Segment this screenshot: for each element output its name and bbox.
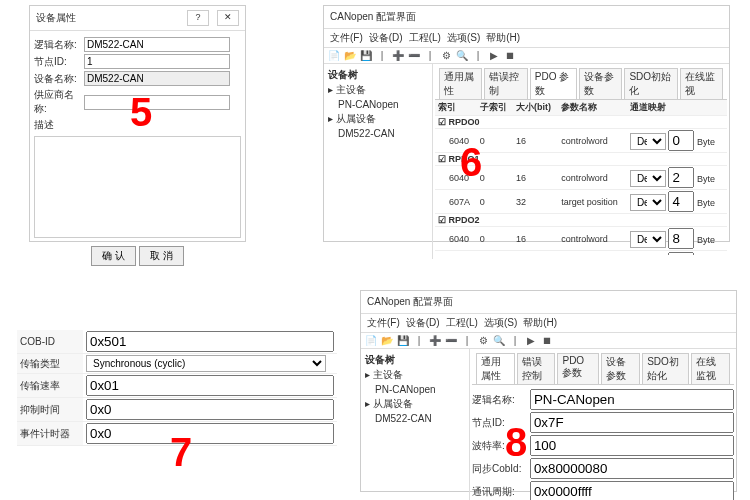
tree-item[interactable]: PN-CANopen <box>365 383 465 396</box>
prop-input[interactable] <box>86 399 334 420</box>
canopen-config-window-pdo: CANopen 配置界面 文件(F)设备(D)工程(L)选项(S)帮助(H) 📄… <box>323 5 730 242</box>
marker-7: 7 <box>170 430 192 475</box>
tab[interactable]: 通用属性 <box>439 68 482 99</box>
prop-input[interactable] <box>530 481 734 500</box>
tabs: 通用属性错误控制PDO 参数设备参数SDO初始化在线监视 <box>472 351 734 385</box>
window-title: CANopen 配置界面 <box>367 295 453 309</box>
table-row[interactable]: 607A032target positionDec Byte <box>435 190 727 214</box>
marker-8: 8 <box>505 420 527 465</box>
transmission-props: COB-ID传输类型Synchronous (cyclic)传输速率抑制时间事件… <box>17 330 337 430</box>
tree-item[interactable]: DM522-CAN <box>328 127 428 140</box>
toolbar: 📄📂💾|➕➖|⚙🔍|▶⏹ <box>361 333 736 349</box>
tab[interactable]: 在线监视 <box>691 353 730 384</box>
prop-label: 通讯周期: <box>472 485 530 499</box>
menu-item[interactable]: 设备(D) <box>369 32 403 43</box>
device-tree: 设备树 ▸ 主设备PN-CANopen▸ 从属设备DM522-CAN <box>324 64 433 259</box>
menu-bar: 文件(F)设备(D)工程(L)选项(S)帮助(H) <box>324 29 729 48</box>
close-icon[interactable]: ✕ <box>217 10 239 26</box>
canopen-config-window-general: CANopen 配置界面 文件(F)设备(D)工程(L)选项(S)帮助(H) 📄… <box>360 290 737 492</box>
toolbar: 📄📂💾|➕➖|⚙🔍|▶⏹ <box>324 48 729 64</box>
field-label: 节点ID: <box>34 55 84 69</box>
tab[interactable]: PDO 参数 <box>530 68 577 99</box>
field-input[interactable] <box>84 95 230 110</box>
tab[interactable]: 设备参数 <box>579 68 622 99</box>
tab[interactable]: 设备参数 <box>601 353 640 384</box>
cancel-button[interactable]: 取 消 <box>139 246 184 266</box>
prop-input[interactable] <box>86 375 334 396</box>
help-icon[interactable]: ? <box>187 10 209 26</box>
tree-item[interactable]: ▸ 主设备 <box>328 82 428 98</box>
marker-5: 5 <box>130 90 152 135</box>
dialog-title: 设备属性 <box>36 11 76 25</box>
tab[interactable]: 错误控制 <box>517 353 556 384</box>
field-input[interactable] <box>84 37 230 52</box>
tree-item[interactable]: ▸ 从属设备 <box>365 396 465 412</box>
menu-item[interactable]: 工程(L) <box>446 317 478 328</box>
menu-item[interactable]: 文件(F) <box>367 317 400 328</box>
field-input[interactable] <box>84 71 230 86</box>
tab[interactable]: 错误控制 <box>484 68 527 99</box>
tab[interactable]: 通用属性 <box>476 353 515 384</box>
table-row[interactable]: 6040016controlwordDec Byte <box>435 227 727 251</box>
device-tree: 设备树 ▸ 主设备PN-CANopen▸ 从属设备DM522-CAN <box>361 349 470 500</box>
field-label: 逻辑名称: <box>34 38 84 52</box>
property-row: 传输速率 <box>17 374 337 398</box>
window-title: CANopen 配置界面 <box>330 10 416 24</box>
field-input[interactable] <box>84 54 230 69</box>
tree-item[interactable]: ▸ 从属设备 <box>328 111 428 127</box>
tree-item[interactable]: ▸ 主设备 <box>365 367 465 383</box>
tab[interactable]: PDO 参数 <box>557 353 599 384</box>
tab[interactable]: SDO初始化 <box>642 353 689 384</box>
tab[interactable]: 在线监视 <box>680 68 723 99</box>
prop-input[interactable] <box>530 435 734 456</box>
prop-select[interactable]: Synchronous (cyclic) <box>86 355 326 372</box>
menu-item[interactable]: 选项(S) <box>447 32 480 43</box>
prop-input[interactable] <box>530 412 734 433</box>
prop-input[interactable] <box>86 423 334 444</box>
ok-button[interactable]: 确 认 <box>91 246 136 266</box>
menu-item[interactable]: 选项(S) <box>484 317 517 328</box>
table-row[interactable]: 607A032target positionDec Byte <box>435 251 727 256</box>
field-label: 供应商名称: <box>34 88 84 116</box>
menu-item[interactable]: 设备(D) <box>406 317 440 328</box>
menu-bar: 文件(F)设备(D)工程(L)选项(S)帮助(H) <box>361 314 736 333</box>
prop-input[interactable] <box>530 458 734 479</box>
prop-label: 逻辑名称: <box>472 393 530 407</box>
tabs: 通用属性错误控制PDO 参数设备参数SDO初始化在线监视 <box>435 66 727 100</box>
menu-item[interactable]: 文件(F) <box>330 32 363 43</box>
tree-item[interactable]: PN-CANopen <box>328 98 428 111</box>
property-row: 传输类型Synchronous (cyclic) <box>17 354 337 374</box>
description-area[interactable] <box>34 136 241 238</box>
menu-item[interactable]: 帮助(H) <box>486 32 520 43</box>
marker-6: 6 <box>460 140 482 185</box>
property-row: COB-ID <box>17 330 337 354</box>
tree-item[interactable]: DM522-CAN <box>365 412 465 425</box>
prop-input[interactable] <box>530 389 734 410</box>
prop-input[interactable] <box>86 331 334 352</box>
menu-item[interactable]: 工程(L) <box>409 32 441 43</box>
property-row: 抑制时间 <box>17 398 337 422</box>
field-label: 设备名称: <box>34 72 84 86</box>
tab[interactable]: SDO初始化 <box>624 68 677 99</box>
menu-item[interactable]: 帮助(H) <box>523 317 557 328</box>
